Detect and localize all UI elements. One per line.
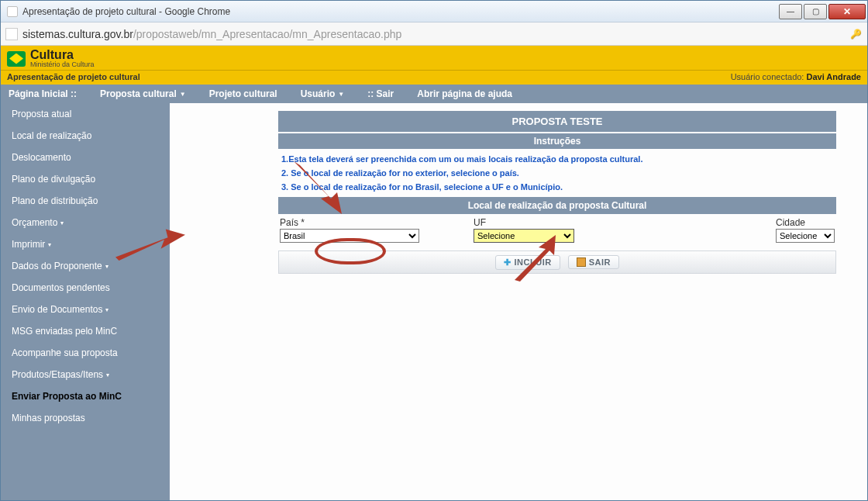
cidade-select[interactable]: Selecione	[776, 229, 835, 243]
sidebar-item-label: Dados do Proponente	[12, 261, 102, 271]
address-bar: sistemas.cultura.gov.br/propostaweb/mn_A…	[1, 22, 867, 46]
sidebar-item[interactable]: MSG enviadas pelo MinC	[1, 320, 170, 342]
pais-select[interactable]: Brasil	[280, 229, 419, 243]
instructions-body: 1.Esta tela deverá ser preenchida com um…	[278, 149, 836, 197]
page-icon	[5, 28, 18, 40]
sidebar-item-label: Deslocamento	[12, 152, 71, 163]
chevron-down-icon: ▾	[106, 371, 109, 378]
nav-ajuda[interactable]: Abrir página de ajuda	[417, 88, 512, 99]
sidebar-item-label: Proposta atual	[12, 109, 71, 119]
sidebar-item-label: Orçamento	[12, 217, 57, 228]
brazil-flag-icon	[7, 51, 26, 67]
instruction-line: 3. Se o local de realização for no Brasi…	[280, 180, 835, 194]
user-name: Davi Andrade	[806, 72, 861, 81]
instructions-header: Instruções	[278, 132, 836, 149]
sidebar-item-label: Acompanhe sua proposta	[12, 347, 118, 358]
sidebar-item-label: MSG enviadas pelo MinC	[12, 326, 117, 337]
sidebar-item[interactable]: Local de realização	[1, 125, 170, 147]
sidebar-item[interactable]: Orçamento▾	[1, 212, 170, 233]
chevron-down-icon: ▼	[180, 91, 186, 98]
sair-button[interactable]: SAIR	[568, 255, 619, 269]
sidebar-item-label: Documentos pendentes	[12, 282, 110, 293]
top-nav: Página Inicial :: Proposta cultural▼ Pro…	[1, 85, 867, 103]
incluir-label: INCLUIR	[515, 257, 552, 267]
sidebar-item-label: Enviar Proposta ao MinC	[12, 391, 122, 402]
sidebar: Proposta atualLocal de realizaçãoDesloca…	[1, 103, 170, 500]
uf-select[interactable]: Selecione	[474, 229, 574, 243]
nav-proposta-cultural[interactable]: Proposta cultural▼	[100, 88, 186, 99]
nav-sair[interactable]: :: Sair	[367, 88, 394, 99]
minimize-button[interactable]: —	[779, 4, 802, 19]
logo-block: Cultura Ministério da Cultura	[7, 49, 95, 68]
section-header: Local de realização da proposta Cultural	[278, 197, 836, 214]
sidebar-item[interactable]: Acompanhe sua proposta	[1, 342, 170, 364]
plus-icon: ✚	[504, 257, 512, 268]
page-name: Apresentação de projeto cultural	[7, 72, 140, 81]
sidebar-item-label: Produtos/Etapas/Itens	[12, 369, 103, 380]
nav-home[interactable]: Página Inicial ::	[9, 88, 77, 99]
window-title: Apresentação de projeto cultural - Googl…	[22, 6, 779, 17]
site-info-icon[interactable]: 🔑	[849, 29, 863, 40]
close-button[interactable]: ✕	[828, 4, 866, 19]
window-buttons: — ▢ ✕	[779, 4, 866, 19]
app-body: Proposta atualLocal de realizaçãoDesloca…	[1, 103, 867, 500]
sidebar-item[interactable]: Plano de distribuição	[1, 190, 170, 212]
maximize-button[interactable]: ▢	[804, 4, 827, 19]
incluir-button[interactable]: ✚ INCLUIR	[495, 255, 560, 270]
chevron-down-icon: ▼	[338, 91, 344, 98]
window-titlebar: Apresentação de projeto cultural - Googl…	[1, 1, 867, 22]
sidebar-item-label: Minhas propostas	[12, 413, 85, 423]
sidebar-item[interactable]: Imprimir▾	[1, 233, 170, 255]
sidebar-item[interactable]: Dados do Proponente▾	[1, 255, 170, 277]
sidebar-item-label: Envio de Documentos	[12, 304, 102, 315]
pais-label: País *	[280, 217, 419, 228]
brand-text: Cultura Ministério da Cultura	[30, 49, 95, 68]
nav-usuario[interactable]: Usuário▼	[301, 88, 345, 99]
chevron-down-icon: ▾	[60, 219, 64, 226]
uf-label: UF	[474, 217, 574, 228]
user-info: Usuário conectado: Davi Andrade	[731, 72, 861, 81]
user-label: Usuário conectado:	[731, 72, 804, 81]
sidebar-item[interactable]: Deslocamento	[1, 147, 170, 168]
sidebar-item[interactable]: Minhas propostas	[1, 407, 170, 429]
cidade-label: Cidade	[776, 217, 835, 228]
sidebar-item[interactable]: Enviar Proposta ao MinC	[1, 385, 170, 407]
form-row: País * Brasil UF Selecione Cidade Seleci…	[278, 214, 836, 250]
url-host: sistemas.cultura.gov.br	[22, 28, 133, 40]
window-frame: Apresentação de projeto cultural - Googl…	[0, 0, 868, 501]
chevron-down-icon: ▾	[48, 241, 51, 248]
field-cidade: Cidade Selecione	[776, 217, 835, 243]
sidebar-item-label: Local de realização	[12, 130, 91, 141]
brand-name: Cultura	[30, 48, 74, 61]
url-text[interactable]: sistemas.cultura.gov.br/propostaweb/mn_A…	[22, 28, 849, 40]
brand-subtitle: Ministério da Cultura	[30, 61, 95, 68]
panel-title: PROPOSTA TESTE	[278, 111, 836, 132]
action-bar: ✚ INCLUIR SAIR	[278, 250, 836, 274]
sidebar-item[interactable]: Envio de Documentos▾	[1, 299, 170, 320]
favicon-icon	[7, 6, 18, 17]
sidebar-item[interactable]: Proposta atual	[1, 103, 170, 125]
sidebar-item-label: Plano de divulgação	[12, 174, 95, 185]
chevron-down-icon: ▾	[105, 263, 108, 270]
door-icon	[577, 257, 586, 267]
sidebar-item[interactable]: Produtos/Etapas/Itens▾	[1, 364, 170, 385]
field-uf: UF Selecione	[474, 217, 574, 243]
field-pais: País * Brasil	[280, 217, 419, 243]
nav-projeto-cultural[interactable]: Projeto cultural	[209, 88, 277, 99]
content-area: PROPOSTA TESTE Instruções 1.Esta tela de…	[170, 103, 867, 500]
header-ribbon: Cultura Ministério da Cultura	[1, 46, 867, 71]
sub-ribbon: Apresentação de projeto cultural Usuário…	[1, 71, 867, 85]
sidebar-item[interactable]: Documentos pendentes	[1, 277, 170, 299]
chevron-down-icon: ▾	[105, 306, 108, 313]
instruction-line: 2. Se o local de realização for no exter…	[280, 166, 835, 180]
sidebar-item-label: Imprimir	[12, 239, 45, 250]
sidebar-item-label: Plano de distribuição	[12, 195, 98, 206]
sair-label: SAIR	[589, 257, 611, 267]
sidebar-item[interactable]: Plano de divulgação	[1, 168, 170, 190]
instruction-line: 1.Esta tela deverá ser preenchida com um…	[280, 152, 835, 166]
url-path: /propostaweb/mn_Apresentacao/mn_Apresent…	[133, 28, 401, 40]
